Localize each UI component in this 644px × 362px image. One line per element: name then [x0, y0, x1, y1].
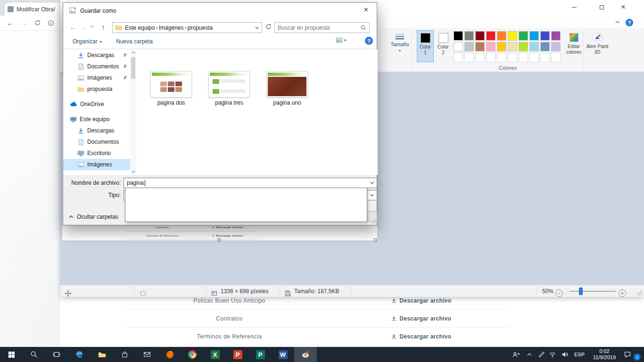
- dialog-resize-grip[interactable]: [370, 218, 376, 224]
- color-swatch[interactable]: [551, 42, 561, 51]
- color-swatch[interactable]: [497, 42, 506, 51]
- color-swatch[interactable]: [551, 31, 561, 41]
- breadcrumb-item[interactable]: Imágenes: [158, 25, 185, 31]
- color-swatch[interactable]: [497, 31, 506, 41]
- sidebar-item-documentos[interactable]: Documentos: [63, 61, 130, 72]
- dialog-help-icon[interactable]: ?: [365, 37, 373, 45]
- color-swatch[interactable]: [464, 42, 474, 51]
- clock[interactable]: 0:02 11/9/2019: [588, 347, 620, 362]
- file-item[interactable]: pagina dos: [145, 71, 198, 106]
- minimize-button[interactable]: [564, 0, 585, 14]
- color-swatch[interactable]: [454, 31, 463, 41]
- taskbar-publisher-button[interactable]: P: [249, 347, 272, 362]
- help-icon[interactable]: ?: [626, 19, 633, 26]
- search-icon[interactable]: [360, 25, 366, 31]
- sidebar-item-este-equipo[interactable]: Este equipo: [63, 114, 130, 125]
- file-item[interactable]: pagina uno: [261, 71, 314, 106]
- taskbar-excel-button[interactable]: X: [204, 347, 226, 362]
- taskbar-task-view-button[interactable]: [45, 347, 68, 362]
- search-box[interactable]: Buscar en propuesta: [274, 22, 370, 33]
- browser-forward-icon[interactable]: →: [20, 19, 27, 27]
- sidebar-item-descargas[interactable]: Descargas: [63, 49, 130, 61]
- color-swatch[interactable]: [454, 42, 463, 51]
- language-indicator[interactable]: ESP: [571, 347, 587, 362]
- color-swatch[interactable]: [486, 31, 495, 41]
- site-info-icon[interactable]: [48, 20, 54, 26]
- taskbar-file-explorer-button[interactable]: [91, 347, 113, 362]
- taskbar-search-button[interactable]: [23, 347, 45, 362]
- zoom-slider-track[interactable]: [570, 291, 616, 292]
- pen-icon[interactable]: [536, 347, 546, 362]
- nav-back-button[interactable]: ←: [68, 22, 78, 32]
- sidebar-item-descargas[interactable]: Descargas: [63, 125, 130, 136]
- scroll-down-icon[interactable]: [130, 169, 136, 175]
- download-link[interactable]: Descargar archivo: [333, 297, 509, 304]
- refresh-icon[interactable]: [265, 23, 272, 30]
- browser-reload-icon[interactable]: [34, 19, 41, 26]
- color-swatch[interactable]: [519, 42, 528, 51]
- maximize-button[interactable]: [591, 0, 612, 14]
- taskbar-start-button[interactable]: [0, 347, 23, 362]
- sidebar-scrollbar[interactable]: [130, 49, 136, 175]
- edit-colors-button[interactable]: Editar colores: [564, 30, 584, 64]
- nav-forward-button[interactable]: →: [79, 22, 89, 32]
- resize-handle-bottom[interactable]: [218, 239, 221, 241]
- scroll-up-icon[interactable]: [130, 49, 136, 56]
- zoom-out-icon[interactable]: −: [555, 289, 563, 297]
- organize-button[interactable]: Organizar ▾: [73, 36, 102, 47]
- color-swatch[interactable]: [540, 42, 550, 51]
- nav-history-chevron-icon[interactable]: [90, 25, 94, 28]
- taskbar-paint-button[interactable]: [294, 347, 317, 362]
- people-icon[interactable]: [509, 347, 522, 362]
- open-paint3d-button[interactable]: Abrir Paint 3D: [586, 30, 609, 64]
- color-swatch[interactable]: [508, 31, 517, 41]
- wifi-icon[interactable]: [547, 347, 558, 362]
- download-link[interactable]: Descargar archivo: [333, 315, 509, 322]
- address-bar[interactable]: Este equipo›Imágenes›propuesta: [112, 22, 262, 33]
- color-swatch[interactable]: [464, 31, 474, 41]
- sidebar-item-imágenes[interactable]: Imágenes: [63, 159, 130, 170]
- breadcrumb-item[interactable]: Este equipo: [124, 25, 156, 31]
- taskbar-chrome-button[interactable]: [181, 347, 204, 362]
- color-swatch[interactable]: [519, 31, 528, 41]
- sidebar-item-propuesta[interactable]: propuesta: [63, 83, 130, 95]
- taskbar-store-button[interactable]: [113, 347, 136, 362]
- color2-button[interactable]: Color 2: [435, 30, 452, 62]
- zoom-in-icon[interactable]: +: [619, 289, 626, 297]
- color-swatch[interactable]: [529, 31, 539, 41]
- taskbar-word-button[interactable]: W: [272, 347, 294, 362]
- browser-back-icon[interactable]: ←: [7, 19, 14, 27]
- view-mode-button[interactable]: ▾: [336, 37, 346, 44]
- filename-input[interactable]: pagina: [124, 178, 377, 188]
- action-center-icon[interactable]: [621, 347, 634, 362]
- file-item[interactable]: pagina tres: [203, 71, 256, 106]
- size-button[interactable]: Tamaño ▾: [390, 30, 409, 63]
- scrollbar-thumb[interactable]: [131, 57, 135, 79]
- filename-dropdown-icon[interactable]: [368, 179, 376, 187]
- color-swatch[interactable]: [540, 31, 550, 41]
- hide-folders-button[interactable]: Ocultar carpetas: [69, 212, 118, 222]
- breadcrumb-item[interactable]: propuesta: [187, 25, 214, 31]
- resize-handle-corner[interactable]: [374, 239, 377, 241]
- color-swatch[interactable]: [529, 42, 539, 51]
- tray-chevron-up-icon[interactable]: [524, 347, 535, 362]
- address-dropdown-icon[interactable]: [255, 26, 259, 29]
- sidebar-item-imágenes[interactable]: Imágenes: [63, 72, 130, 83]
- zoom-slider-thumb[interactable]: [579, 288, 583, 295]
- speaker-icon[interactable]: [559, 347, 570, 362]
- filetype-dropdown-icon[interactable]: [368, 191, 376, 199]
- color1-button[interactable]: Color 1: [417, 30, 434, 62]
- taskbar-firefox-button[interactable]: [158, 347, 181, 362]
- sidebar-item-documentos[interactable]: Documentos: [63, 136, 130, 148]
- taskbar-powerpoint-button[interactable]: P: [226, 347, 249, 362]
- color-swatch[interactable]: [486, 42, 495, 51]
- download-link[interactable]: Descargar archivo: [333, 333, 509, 340]
- collapse-ribbon-icon[interactable]: [615, 21, 620, 24]
- color-swatch[interactable]: [508, 42, 517, 51]
- sidebar-item-onedrive[interactable]: OneDrive: [63, 99, 130, 110]
- taskbar-mail-button[interactable]: [136, 347, 158, 362]
- sidebar-item-escritorio[interactable]: Escritorio: [63, 148, 130, 159]
- new-folder-button[interactable]: Nueva carpeta: [116, 36, 153, 47]
- color-swatch[interactable]: [475, 31, 485, 41]
- taskbar-edge-button[interactable]: [68, 347, 91, 362]
